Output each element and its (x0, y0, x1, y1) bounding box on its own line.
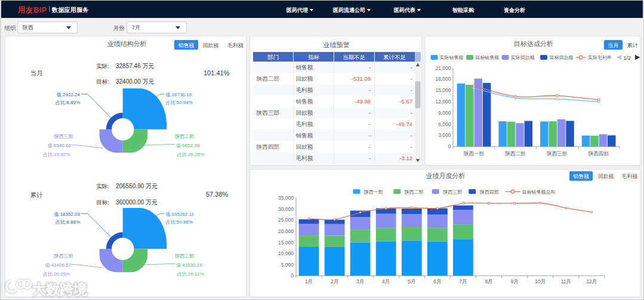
svg-text:18,000: 18,000 (436, 76, 451, 82)
svg-text:11月: 11月 (561, 278, 571, 284)
svg-text:1/2: 1/2 (624, 55, 631, 61)
svg-text:值:6546.66: 值:6546.66 (48, 143, 72, 148)
svg-text:实际:: 实际: (96, 63, 109, 69)
svg-text:业绩月度分析: 业绩月度分析 (426, 172, 466, 179)
svg-text:32857.46 万元: 32857.46 万元 (116, 63, 155, 69)
svg-text:占比:50.94%: 占比:50.94% (165, 100, 192, 105)
svg-text:值:16736.18: 值:16736.18 (165, 92, 192, 97)
svg-text:陕西一部: 陕西一部 (364, 189, 383, 195)
svg-text:销售额: 销售额 (573, 173, 589, 179)
svg-text:占比:50.96%: 占比:50.96% (165, 219, 192, 225)
svg-text:陕西三部: 陕西三部 (54, 253, 73, 259)
svg-text:目标达成分析: 目标达成分析 (514, 40, 553, 47)
svg-text:-: - (411, 64, 412, 71)
svg-text:1月: 1月 (305, 278, 313, 284)
svg-text:销售额: 销售额 (296, 64, 313, 71)
svg-text:32400.00 万元: 32400.00 万元 (116, 78, 155, 85)
svg-text:指标: 指标 (308, 54, 320, 60)
svg-text:占比:19.92%: 占比:19.92% (43, 152, 70, 157)
svg-text:业绩预警: 业绩预警 (323, 41, 350, 48)
svg-text:当期不足: 当期不足 (343, 54, 365, 60)
svg-text:6月: 6月 (433, 278, 441, 284)
svg-text:部门: 部门 (267, 54, 279, 60)
svg-text:-: - (369, 132, 371, 139)
svg-text:-3.12: -3.12 (399, 155, 412, 161)
svg-text:57.38%: 57.38% (206, 191, 229, 198)
svg-text:毛利额: 毛利额 (296, 155, 313, 161)
svg-text:回款额: 回款额 (296, 143, 313, 150)
svg-text:销售额: 销售额 (296, 132, 313, 139)
svg-text:-: - (369, 155, 371, 161)
svg-text:值:18352.03: 值:18352.03 (54, 212, 80, 217)
svg-text:3,000: 3,000 (438, 132, 451, 138)
svg-text:值:41406.57: 值:41406.57 (45, 262, 71, 268)
svg-text:实际毛利率: 实际毛利率 (588, 55, 612, 60)
svg-text:实际销售额: 实际销售额 (440, 55, 464, 60)
svg-text:0: 0 (291, 273, 294, 278)
svg-text:10月: 10月 (535, 278, 546, 284)
svg-text:陕西四部: 陕西四部 (257, 143, 279, 150)
svg-text:占比:8.88%: 占比:8.88% (56, 219, 80, 225)
svg-text:回款额: 回款额 (296, 75, 313, 82)
svg-text:8月: 8月 (485, 278, 492, 284)
svg-text:业绩结构分析: 业绩结构分析 (107, 40, 147, 47)
svg-text:4月: 4月 (382, 278, 390, 284)
svg-text:陕西二部: 陕西二部 (405, 189, 424, 195)
svg-text:销售额: 销售额 (296, 98, 313, 105)
svg-text:目标回款额: 目标回款额 (549, 55, 573, 60)
svg-text:销售额: 销售额 (178, 42, 195, 48)
svg-text:12,000: 12,000 (436, 99, 451, 105)
svg-text:目标:: 目标: (96, 78, 109, 85)
svg-text:陕西三部: 陕西三部 (443, 189, 462, 195)
svg-text:值:105262.11: 值:105262.11 (165, 212, 194, 217)
svg-text:毛利额: 毛利额 (296, 121, 313, 127)
svg-text:陕西二部: 陕西二部 (175, 253, 194, 259)
svg-text:0: 0 (448, 143, 451, 149)
svg-text:-: - (369, 64, 371, 71)
svg-text:-531.09: -531.09 (352, 75, 371, 82)
svg-text:陕西三部: 陕西三部 (54, 134, 73, 139)
svg-text:陕西四部: 陕西四部 (588, 151, 609, 157)
svg-text:-: - (369, 143, 371, 150)
svg-text:毛利额: 毛利额 (621, 173, 638, 179)
svg-text:当月: 当月 (608, 42, 619, 48)
svg-text:回款额: 回款额 (598, 173, 614, 179)
svg-text:101.41%: 101.41% (204, 69, 230, 76)
svg-text:陕西二部: 陕西二部 (175, 134, 194, 139)
svg-text:目标销售额: 目标销售额 (475, 55, 499, 60)
svg-text:12月: 12月 (586, 278, 597, 284)
svg-text:陕西二部: 陕西二部 (506, 151, 526, 157)
svg-text:5月: 5月 (408, 278, 415, 284)
svg-text:-5.67: -5.67 (399, 98, 412, 105)
svg-text:目标销售额总和: 目标销售额总和 (522, 189, 556, 195)
svg-text:3月: 3月 (356, 278, 364, 284)
svg-text:回款额: 回款额 (203, 42, 219, 48)
svg-text:2月: 2月 (331, 278, 338, 284)
svg-text:-: - (411, 132, 412, 139)
svg-text:陕西三部: 陕西三部 (257, 109, 279, 116)
svg-text:-: - (411, 143, 412, 150)
svg-text:9月: 9月 (510, 278, 518, 284)
svg-text:占比:8.89%: 占比:8.89% (56, 100, 80, 105)
svg-text:5,000: 5,000 (281, 262, 294, 268)
svg-text:9,000: 9,000 (438, 110, 451, 116)
svg-text:当月: 当月 (30, 69, 42, 76)
svg-text:206550.90 万元: 206550.90 万元 (116, 183, 158, 189)
svg-text:-: - (411, 75, 412, 82)
svg-text:陕西一部: 陕西一部 (464, 151, 484, 157)
svg-text:大数跨境: 大数跨境 (32, 281, 87, 297)
svg-text:占比:20.25%: 占比:20.25% (177, 152, 204, 157)
svg-text:占比:20.05%: 占比:20.05% (43, 271, 70, 277)
svg-text:7月: 7月 (459, 278, 467, 284)
svg-text:21,000: 21,000 (436, 65, 451, 71)
svg-text:值:2922.24: 值:2922.24 (57, 92, 81, 97)
svg-text:-: - (411, 109, 412, 116)
svg-text:累计: 累计 (30, 191, 43, 198)
svg-text:陕西三部: 陕西三部 (547, 151, 567, 157)
svg-text:值:41530.19: 值:41530.19 (176, 262, 202, 268)
svg-text:-: - (369, 121, 371, 127)
svg-text:-: - (369, 87, 371, 93)
svg-text:25,000: 25,000 (278, 217, 294, 223)
svg-text:陕西二部: 陕西二部 (257, 75, 279, 82)
svg-text:累计不足: 累计不足 (383, 54, 406, 60)
